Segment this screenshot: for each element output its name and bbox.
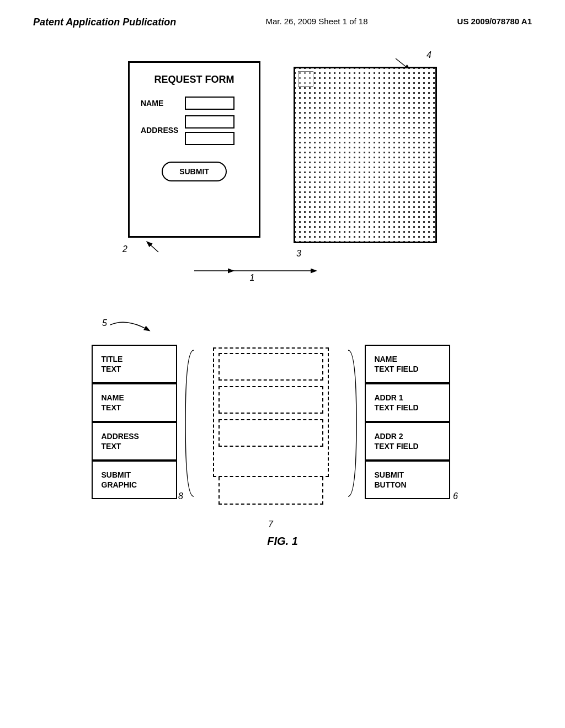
dashed-row-2 [218,386,323,414]
right-brace-area [343,345,365,502]
arrow-label-1-svg: 1 [178,254,332,282]
dashed-row-3 [218,419,323,447]
address-input-1-visual [185,115,234,129]
label-6-arrow: 6 [452,345,474,502]
request-form-box: REQUEST FORM NAME ADDRESS SUBMIT [128,61,260,238]
form-title: REQUEST FORM [141,74,248,85]
arrow-to-form [131,237,164,253]
dashed-row-1 [218,353,323,381]
submit-button-box: SUBMITBUTTON [365,461,450,499]
svg-text:1: 1 [250,273,255,282]
figure-label: FIG. 1 [33,535,532,548]
name-text-field-box: NAMETEXT FIELD [365,345,450,383]
submit-graphic-box: SUBMITGRAPHIC [92,461,177,499]
right-component-boxes: NAMETEXT FIELD ADDR 1TEXT FIELD ADDR 2TE… [365,345,450,502]
addr2-text-field-box: ADDR 2TEXT FIELD [365,422,450,461]
name-input-visual [185,97,234,110]
dot-pattern [295,68,435,242]
left-component-boxes: TITLETEXT NAMETEXT ADDRESSTEXT SUBMITGRA… [92,345,177,502]
name-label: NAME [141,99,179,108]
diagram-top-row: REQUEST FORM NAME ADDRESS SUBMIT [33,61,532,243]
addr1-text-field-box: ADDR 1TEXT FIELD [365,383,450,422]
svg-text:6: 6 [453,491,458,501]
label-1-row: 1 [0,254,532,282]
center-dashed-area: 7 [207,345,334,499]
top-diagram: REQUEST FORM NAME ADDRESS SUBMIT [33,61,532,282]
label-5-area: 5 [99,315,166,339]
label-7: 7 [268,520,273,529]
address-input-2-visual [185,132,234,145]
dotmatrix-box [294,67,437,243]
address-row: ADDRESS [141,115,248,145]
name-text-box: NAMETEXT [92,383,177,422]
bottom-diagram: 5 TITLETEXT NAMETEXT ADDRESSTEXT SUBMITG… [33,315,532,502]
page-header: Patent Application Publication Mar. 26, … [0,0,565,34]
patent-number: US 2009/078780 A1 [457,17,532,26]
address-text-box: ADDRESSTEXT [92,422,177,461]
label-8-brace: 8 [177,345,199,502]
form-wrapper: REQUEST FORM NAME ADDRESS SUBMIT [128,61,260,238]
sheet-info: Mar. 26, 2009 Sheet 1 of 18 [265,17,367,26]
svg-text:5: 5 [102,318,107,328]
label-6-brace [343,345,365,502]
label-8-area: 8 [177,345,199,502]
dot-highlight [298,71,313,87]
address-label: ADDRESS [141,126,179,135]
svg-text:8: 8 [178,491,183,501]
breakdown-layout: TITLETEXT NAMETEXT ADDRESSTEXT SUBMITGRA… [33,345,532,502]
label-4: 4 [427,50,431,60]
dotmatrix-wrapper: 4 3 [294,67,437,243]
label-5-arrow: 5 [99,315,166,337]
submit-button-visual: SUBMIT [162,162,227,181]
publication-title: Patent Application Publication [33,17,176,28]
label-2: 2 [122,244,127,254]
name-row: NAME [141,97,248,110]
title-text-box: TITLETEXT [92,345,177,383]
label-6-area: 6 [452,345,474,502]
main-content: REQUEST FORM NAME ADDRESS SUBMIT [0,34,565,559]
dashed-bottom-ext [218,477,323,505]
